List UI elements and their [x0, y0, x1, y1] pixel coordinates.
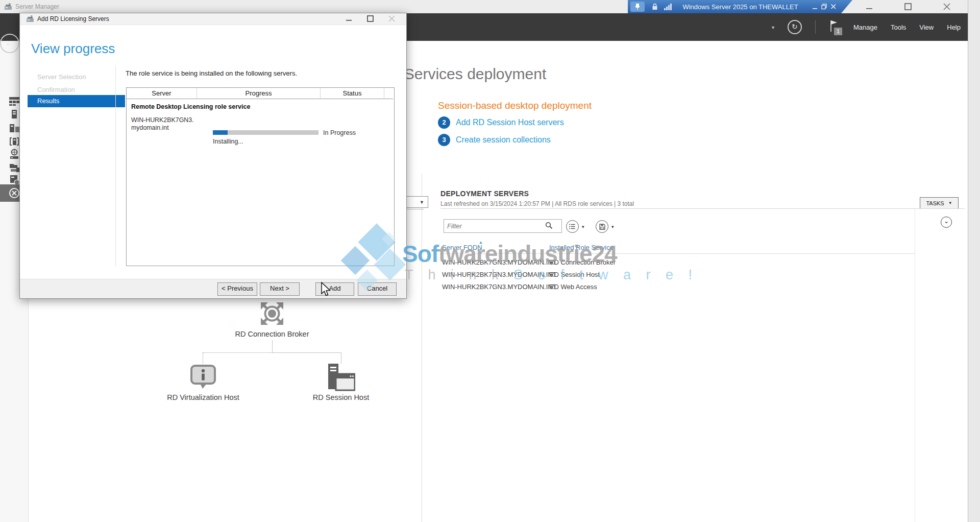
host-window-edge [968, 0, 980, 522]
dialog-close-button[interactable] [386, 14, 398, 23]
notification-count-badge: 1 [834, 28, 842, 35]
rd-virtualization-host-icon[interactable] [190, 364, 216, 390]
tile-right-border [915, 209, 915, 522]
navbar-divider [815, 20, 816, 34]
server-fqdn-cell: WIN-HURK2BK7GN3.MYDOMAIN.INT [442, 283, 557, 291]
dialog-minimize-button[interactable] [344, 14, 355, 23]
quickstart-step-link[interactable]: Create session collections [456, 135, 551, 145]
table-header-underline [440, 253, 915, 254]
progress-bar [213, 130, 318, 135]
save-view-button[interactable]: ▾ [596, 220, 614, 233]
dialog-title: Add RD Licensing Servers [37, 15, 109, 22]
rd-connection-broker-icon[interactable] [258, 299, 286, 328]
server-manager-icon [26, 15, 34, 23]
add-rd-licensing-servers-dialog: Add RD Licensing Servers View progress S… [19, 13, 407, 299]
host-close-button[interactable] [941, 2, 952, 12]
wizard-step-results[interactable]: Results [28, 95, 125, 107]
status-cell: In Progress [323, 129, 356, 136]
cancel-button[interactable]: Cancel [358, 282, 397, 296]
dialog-description: The role service is being installed on t… [126, 69, 297, 77]
server-manager-icon [4, 3, 12, 11]
tasks-button-label: TASKS [926, 200, 944, 206]
menu-tools[interactable]: Tools [891, 23, 906, 31]
refresh-icon[interactable]: ↻ [788, 20, 802, 34]
host-minimize-button[interactable] [864, 2, 875, 12]
rdp-minimize-button[interactable] [812, 4, 821, 10]
back-button[interactable]: ← [0, 34, 19, 53]
signal-strength-icon [664, 4, 672, 10]
diagram-node-label: RD Connection Broker [221, 330, 323, 338]
connector-line [272, 352, 341, 353]
filter-input[interactable] [444, 219, 562, 233]
diagram-node-label: RD Virtualization Host [152, 393, 254, 401]
host-maximize-button[interactable] [902, 2, 914, 12]
wizard-heading: View progress [31, 41, 115, 57]
rdp-restore-button[interactable] [821, 4, 830, 10]
role-cell: RD Session Host [549, 271, 600, 278]
wizard-separator [115, 66, 116, 266]
wizard-step-confirmation: Confirmation [37, 86, 75, 93]
notifications-flag-icon[interactable]: 1 [829, 19, 840, 35]
quickstart-step-3[interactable]: 3 Create session collections [438, 134, 551, 146]
menu-manage[interactable]: Manage [853, 23, 877, 31]
host-window-title: Server Manager [15, 3, 59, 10]
mouse-cursor [321, 282, 332, 297]
deployment-servers-title: DEPLOYMENT SERVERS [440, 189, 529, 198]
rdp-close-button[interactable] [830, 4, 839, 10]
quickstart-step-link[interactable]: Add RD Session Host servers [456, 118, 564, 127]
server-name-cell: WIN-HURK2BK7GN3.mydomain.int [131, 116, 197, 132]
step-number-badge: 2 [438, 116, 450, 129]
server-fqdn-cell: WIN-HURK2BK7GN3.MYDOMAIN.INT [442, 271, 557, 278]
column-header-progress[interactable]: Progress [197, 88, 321, 99]
column-header-server-fqdn[interactable]: Server FQDN [442, 244, 482, 251]
rd-session-host-icon[interactable] [328, 363, 355, 391]
deployment-servers-subtitle: Last refreshed on 3/15/2024 1:20:57 PM |… [440, 200, 634, 207]
chevron-down-icon: ▼ [420, 200, 424, 205]
role-cell: RD Connection Broker [549, 258, 616, 266]
diagram-panel-border-fragment [407, 209, 424, 209]
connector-line [341, 352, 341, 364]
pane-divider [422, 174, 422, 522]
connector-line-dotted [203, 352, 272, 353]
watermark-brand-blue: Sof [402, 241, 438, 267]
quickstart-step-2[interactable]: 2 Add RD Session Host servers [438, 116, 564, 129]
chevron-down-icon: ▾ [611, 224, 614, 229]
chevron-down-icon: ▼ [948, 201, 952, 205]
sort-ascending-icon: ▲ [479, 240, 483, 245]
connector-line-dotted [203, 352, 203, 364]
column-header-server[interactable]: Server [127, 88, 197, 99]
connector-line [272, 340, 273, 352]
progress-bar-fill [213, 130, 228, 135]
rdp-session-title: Windows Server 2025 on THEWALLET [672, 3, 812, 11]
screen: Server Manager ← ▾ ↻ 1 Manage Tools View… [0, 0, 980, 522]
navbar-overflow-chevron-icon[interactable]: ▾ [772, 25, 774, 30]
previous-button[interactable]: < Previous [217, 282, 257, 296]
next-button[interactable]: Next > [260, 282, 300, 296]
column-header-installed-role-service[interactable]: Installed Role Service [549, 244, 614, 251]
server-fqdn-cell: WIN-HURK2BK7GN3.MYDOMAIN.INT [442, 258, 557, 266]
menu-help[interactable]: Help [947, 23, 961, 31]
quickstart-title: Session-based desktop deployment [438, 100, 592, 111]
role-cell: RD Web Access [549, 283, 597, 291]
step-number-badge: 3 [438, 134, 450, 146]
tile-divider [440, 208, 965, 209]
tasks-button[interactable]: TASKS ▼ [920, 197, 959, 209]
menu-view[interactable]: View [919, 23, 934, 31]
pin-icon[interactable] [630, 2, 645, 12]
rdp-connection-bar: Windows Server 2025 on THEWALLET [628, 0, 852, 13]
save-icon [596, 220, 608, 233]
list-view-button[interactable]: ▾ [566, 220, 584, 233]
wizard-step-server-selection: Server Selection [37, 73, 86, 81]
collapse-tile-button[interactable]: ⌄ [941, 217, 952, 228]
role-service-group-label: Remote Desktop Licensing role service [131, 103, 250, 110]
search-icon[interactable] [545, 222, 553, 229]
dialog-maximize-button[interactable] [365, 14, 376, 23]
diagram-node-label: RD Session Host [290, 393, 392, 401]
column-header-spacer [384, 88, 393, 99]
chevron-down-icon: ▾ [582, 224, 584, 229]
install-progress-table: Server Progress Status Remote Desktop Li… [126, 87, 395, 266]
list-icon [566, 220, 579, 233]
column-header-status[interactable]: Status [321, 88, 384, 99]
progress-label: Installing... [213, 138, 243, 145]
lock-icon [652, 3, 658, 10]
